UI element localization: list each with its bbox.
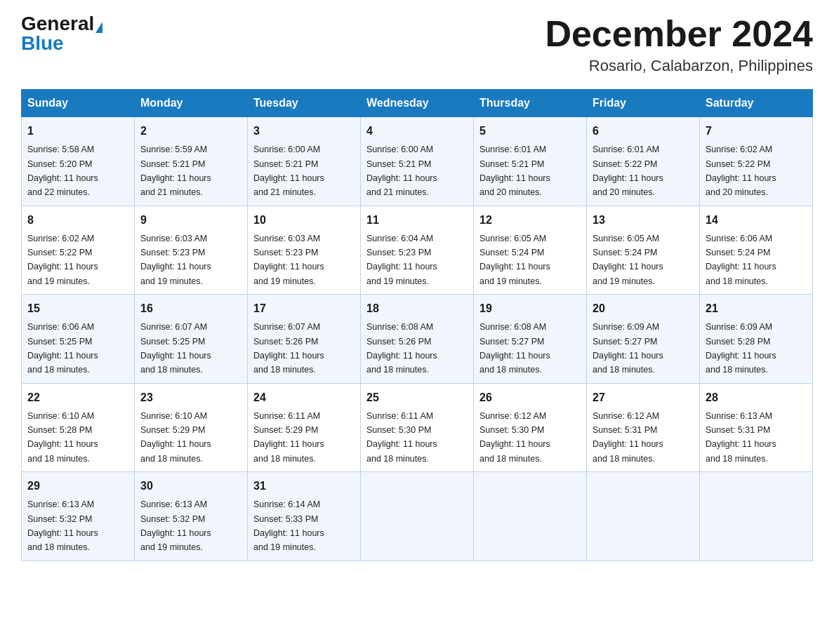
day-info: Sunrise: 6:04 AMSunset: 5:23 PMDaylight:…	[366, 234, 437, 286]
day-info: Sunrise: 6:03 AMSunset: 5:23 PMDaylight:…	[140, 234, 211, 286]
logo: General Blue	[21, 14, 102, 53]
calendar-table: SundayMondayTuesdayWednesdayThursdayFrid…	[21, 89, 813, 561]
day-number: 27	[593, 389, 694, 406]
day-number: 22	[27, 389, 128, 406]
logo-text: General	[21, 14, 102, 34]
day-number: 9	[140, 212, 241, 229]
day-info: Sunrise: 6:01 AMSunset: 5:21 PMDaylight:…	[479, 145, 550, 197]
calendar-cell: 1 Sunrise: 5:58 AMSunset: 5:20 PMDayligh…	[22, 117, 135, 206]
day-number: 23	[140, 389, 241, 406]
day-number: 30	[140, 478, 241, 495]
day-number: 1	[27, 123, 128, 140]
calendar-cell: 25 Sunrise: 6:11 AMSunset: 5:30 PMDaylig…	[361, 383, 474, 472]
day-number: 25	[366, 389, 468, 406]
calendar-header-tuesday: Tuesday	[248, 90, 361, 117]
day-info: Sunrise: 6:10 AMSunset: 5:28 PMDaylight:…	[27, 411, 98, 464]
day-info: Sunrise: 6:02 AMSunset: 5:22 PMDaylight:…	[706, 145, 776, 197]
calendar-week-row: 8 Sunrise: 6:02 AMSunset: 5:22 PMDayligh…	[22, 206, 813, 295]
day-info: Sunrise: 6:14 AMSunset: 5:33 PMDaylight:…	[253, 499, 324, 552]
calendar-cell: 28 Sunrise: 6:13 AMSunset: 5:31 PMDaylig…	[700, 383, 813, 472]
month-title: December 2024	[545, 14, 813, 54]
calendar-cell	[361, 472, 474, 561]
calendar-cell: 8 Sunrise: 6:02 AMSunset: 5:22 PMDayligh…	[22, 206, 135, 295]
day-info: Sunrise: 6:00 AMSunset: 5:21 PMDaylight:…	[253, 145, 324, 197]
day-number: 15	[27, 300, 128, 317]
day-number: 3	[253, 123, 355, 140]
calendar-header-sunday: Sunday	[22, 90, 135, 117]
day-number: 16	[140, 300, 241, 317]
calendar-cell: 3 Sunrise: 6:00 AMSunset: 5:21 PMDayligh…	[248, 117, 361, 206]
calendar-cell	[587, 472, 700, 561]
calendar-cell: 18 Sunrise: 6:08 AMSunset: 5:26 PMDaylig…	[361, 295, 474, 384]
day-number: 13	[593, 212, 694, 229]
calendar-cell: 9 Sunrise: 6:03 AMSunset: 5:23 PMDayligh…	[135, 206, 248, 295]
calendar-cell: 20 Sunrise: 6:09 AMSunset: 5:27 PMDaylig…	[587, 295, 700, 384]
day-number: 2	[140, 123, 241, 140]
calendar-cell: 13 Sunrise: 6:05 AMSunset: 5:24 PMDaylig…	[587, 206, 700, 295]
calendar-cell: 12 Sunrise: 6:05 AMSunset: 5:24 PMDaylig…	[474, 206, 587, 295]
calendar-cell: 30 Sunrise: 6:13 AMSunset: 5:32 PMDaylig…	[135, 472, 248, 561]
calendar-week-row: 1 Sunrise: 5:58 AMSunset: 5:20 PMDayligh…	[22, 117, 813, 206]
calendar-cell: 16 Sunrise: 6:07 AMSunset: 5:25 PMDaylig…	[135, 295, 248, 384]
day-info: Sunrise: 6:01 AMSunset: 5:22 PMDaylight:…	[593, 145, 663, 197]
day-number: 6	[593, 123, 694, 140]
day-info: Sunrise: 6:08 AMSunset: 5:26 PMDaylight:…	[366, 322, 437, 375]
day-info: Sunrise: 6:05 AMSunset: 5:24 PMDaylight:…	[593, 234, 663, 286]
day-number: 4	[366, 123, 468, 140]
day-number: 8	[27, 212, 128, 229]
day-number: 20	[593, 300, 694, 317]
day-number: 26	[479, 389, 581, 406]
calendar-cell: 27 Sunrise: 6:12 AMSunset: 5:31 PMDaylig…	[587, 383, 700, 472]
calendar-cell: 17 Sunrise: 6:07 AMSunset: 5:26 PMDaylig…	[248, 295, 361, 384]
day-info: Sunrise: 6:13 AMSunset: 5:32 PMDaylight:…	[140, 499, 211, 552]
calendar-cell: 7 Sunrise: 6:02 AMSunset: 5:22 PMDayligh…	[700, 117, 813, 206]
calendar-cell: 2 Sunrise: 5:59 AMSunset: 5:21 PMDayligh…	[135, 117, 248, 206]
calendar-header-saturday: Saturday	[700, 90, 813, 117]
day-number: 31	[253, 478, 355, 495]
day-number: 29	[27, 478, 128, 495]
day-info: Sunrise: 6:13 AMSunset: 5:32 PMDaylight:…	[27, 499, 98, 552]
calendar-cell: 4 Sunrise: 6:00 AMSunset: 5:21 PMDayligh…	[361, 117, 474, 206]
calendar-cell: 6 Sunrise: 6:01 AMSunset: 5:22 PMDayligh…	[587, 117, 700, 206]
calendar-cell: 11 Sunrise: 6:04 AMSunset: 5:23 PMDaylig…	[361, 206, 474, 295]
day-info: Sunrise: 6:07 AMSunset: 5:26 PMDaylight:…	[253, 322, 324, 375]
day-info: Sunrise: 6:11 AMSunset: 5:29 PMDaylight:…	[253, 411, 324, 464]
calendar-cell: 10 Sunrise: 6:03 AMSunset: 5:23 PMDaylig…	[248, 206, 361, 295]
title-block: December 2024 Rosario, Calabarzon, Phili…	[545, 14, 813, 75]
calendar-cell: 24 Sunrise: 6:11 AMSunset: 5:29 PMDaylig…	[248, 383, 361, 472]
day-info: Sunrise: 6:10 AMSunset: 5:29 PMDaylight:…	[140, 411, 211, 464]
day-info: Sunrise: 6:12 AMSunset: 5:30 PMDaylight:…	[479, 411, 550, 464]
calendar-cell: 22 Sunrise: 6:10 AMSunset: 5:28 PMDaylig…	[22, 383, 135, 472]
calendar-cell: 19 Sunrise: 6:08 AMSunset: 5:27 PMDaylig…	[474, 295, 587, 384]
day-info: Sunrise: 6:11 AMSunset: 5:30 PMDaylight:…	[366, 411, 437, 464]
day-number: 21	[706, 300, 807, 317]
logo-blue: Blue	[21, 34, 64, 53]
calendar-week-row: 15 Sunrise: 6:06 AMSunset: 5:25 PMDaylig…	[22, 295, 813, 384]
calendar-cell: 29 Sunrise: 6:13 AMSunset: 5:32 PMDaylig…	[22, 472, 135, 561]
day-info: Sunrise: 6:07 AMSunset: 5:25 PMDaylight:…	[140, 322, 211, 375]
day-info: Sunrise: 6:13 AMSunset: 5:31 PMDaylight:…	[706, 411, 776, 464]
day-info: Sunrise: 6:09 AMSunset: 5:28 PMDaylight:…	[706, 322, 776, 375]
day-info: Sunrise: 6:12 AMSunset: 5:31 PMDaylight:…	[593, 411, 663, 464]
calendar-cell	[700, 472, 813, 561]
location: Rosario, Calabarzon, Philippines	[545, 57, 813, 75]
logo-general: General	[21, 13, 94, 34]
calendar-header-thursday: Thursday	[474, 90, 587, 117]
calendar-cell: 15 Sunrise: 6:06 AMSunset: 5:25 PMDaylig…	[22, 295, 135, 384]
day-number: 11	[366, 212, 468, 229]
day-info: Sunrise: 6:05 AMSunset: 5:24 PMDaylight:…	[479, 234, 550, 286]
day-info: Sunrise: 6:06 AMSunset: 5:25 PMDaylight:…	[27, 322, 98, 375]
day-info: Sunrise: 6:03 AMSunset: 5:23 PMDaylight:…	[253, 234, 324, 286]
day-number: 28	[706, 389, 807, 406]
calendar-header-friday: Friday	[587, 90, 700, 117]
day-info: Sunrise: 6:02 AMSunset: 5:22 PMDaylight:…	[27, 234, 98, 286]
day-number: 7	[706, 123, 807, 140]
calendar-cell: 26 Sunrise: 6:12 AMSunset: 5:30 PMDaylig…	[474, 383, 587, 472]
day-info: Sunrise: 5:58 AMSunset: 5:20 PMDaylight:…	[27, 145, 98, 197]
day-number: 10	[253, 212, 355, 229]
logo-triangle-icon	[95, 22, 102, 33]
day-info: Sunrise: 6:08 AMSunset: 5:27 PMDaylight:…	[479, 322, 550, 375]
day-info: Sunrise: 6:09 AMSunset: 5:27 PMDaylight:…	[593, 322, 663, 375]
day-info: Sunrise: 5:59 AMSunset: 5:21 PMDaylight:…	[140, 145, 211, 197]
calendar-cell	[474, 472, 587, 561]
